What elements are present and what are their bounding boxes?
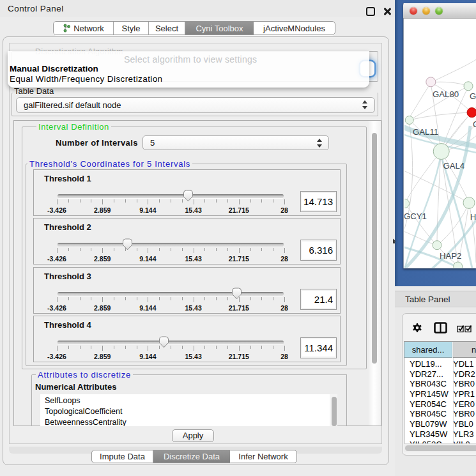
svg-text:H: H (470, 212, 476, 222)
svg-text:GAL11: GAL11 (413, 127, 438, 137)
svg-text:GAL80: GAL80 (433, 89, 459, 99)
svg-text:GCY1: GCY1 (404, 211, 427, 221)
svg-text:C: C (473, 119, 476, 129)
svg-text:GA: GA (470, 91, 476, 101)
svg-text:GAL4: GAL4 (443, 161, 464, 171)
svg-text:HAP2: HAP2 (440, 251, 461, 261)
